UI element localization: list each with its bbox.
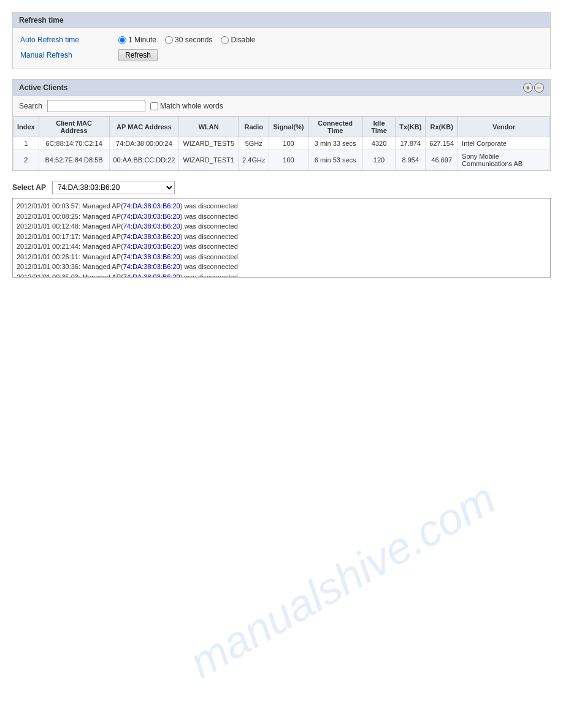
refresh-time-section: Refresh time Auto Refresh time 1 Minute … [12, 12, 551, 69]
expand-icon[interactable]: + [523, 83, 533, 93]
log-line: 2012/01/01 00:21:44: Managed AP(74:DA:38… [17, 241, 546, 252]
table-header-row: Index Client MAC Address AP MAC Address … [13, 117, 550, 137]
cell-row0-col7: 4320 [362, 137, 395, 150]
clients-table: Index Client MAC Address AP MAC Address … [13, 116, 550, 170]
log-line: 2012/01/01 00:17:17: Managed AP(74:DA:38… [17, 232, 546, 242]
cell-row0-col9: 627.154 [426, 137, 458, 150]
log-line: 2012/01/01 00:03:57: Managed AP(74:DA:38… [17, 201, 546, 211]
cell-row0-col0: 1 [13, 137, 39, 150]
log-mac-highlight: 74:DA:38:03:B6:20 [123, 233, 180, 240]
cell-row1-col6: 6 min 53 secs [308, 150, 362, 170]
log-mac-highlight: 74:DA:38:03:B6:20 [123, 222, 180, 230]
cell-row1-col7: 120 [362, 150, 395, 170]
cell-row0-vendor: Intel Corporate [458, 137, 550, 150]
active-clients-header: Active Clients + − [13, 80, 550, 96]
refresh-time-title: Refresh time [19, 16, 64, 25]
radio-1min-text: 1 Minute [128, 36, 156, 44]
auto-refresh-link[interactable]: Auto Refresh time [20, 36, 118, 44]
radio-group: 1 Minute 30 seconds Disable [118, 36, 255, 44]
cell-row1-col5: 100 [269, 150, 308, 170]
col-ap-mac: AP MAC Address [109, 117, 179, 137]
log-mac-highlight: 74:DA:38:03:B6:20 [123, 253, 180, 260]
log-line: 2012/01/01 00:30:36: Managed AP(74:DA:38… [17, 262, 546, 272]
radio-30sec-text: 30 seconds [175, 36, 212, 44]
radio-disable-label[interactable]: Disable [221, 36, 255, 44]
cell-row0-col6: 3 min 33 secs [308, 137, 362, 150]
match-whole-checkbox[interactable] [150, 102, 158, 110]
log-box[interactable]: 2012/01/01 00:03:57: Managed AP(74:DA:38… [12, 198, 551, 278]
cell-row0-col4: 5GHz [239, 137, 269, 150]
log-mac-highlight: 74:DA:38:03:B6:20 [123, 273, 180, 278]
cell-row1-vendor: Sony Mobile Communications AB [458, 150, 550, 170]
col-wlan: WLAN [179, 117, 239, 137]
search-label: Search [19, 102, 42, 110]
cell-row0-col8: 17.874 [396, 137, 426, 150]
match-whole-text: Match whole words [160, 102, 223, 110]
cell-row0-col1: 6C:88:14:70:C2:14 [39, 137, 109, 150]
collapse-icon[interactable]: − [534, 83, 544, 93]
radio-disable[interactable] [221, 36, 229, 44]
col-rx: Rx(KB) [426, 117, 458, 137]
radio-30sec-label[interactable]: 30 seconds [165, 36, 212, 44]
cell-row1-col1: B4:52:7E:84:D8:5B [39, 150, 109, 170]
log-mac-highlight: 74:DA:38:03:B6:20 [123, 202, 180, 210]
radio-30sec[interactable] [165, 36, 173, 44]
table-row: 16C:88:14:70:C2:1474:DA:38:00:00:24WIZAR… [13, 137, 550, 150]
col-idle-time: Idle Time [362, 117, 395, 137]
clients-header-icons: + − [523, 83, 544, 93]
match-whole-label[interactable]: Match whole words [150, 102, 223, 110]
col-index: Index [13, 117, 39, 137]
manual-refresh-link[interactable]: Manual Refresh [20, 51, 118, 59]
radio-1min[interactable] [118, 36, 126, 44]
radio-disable-text: Disable [231, 36, 255, 44]
log-line: 2012/01/01 00:08:25: Managed AP(74:DA:38… [17, 211, 546, 222]
log-mac-highlight: 74:DA:38:03:B6:20 [123, 243, 180, 250]
cell-row1-col4: 2.4GHz [239, 150, 269, 170]
log-mac-highlight: 74:DA:38:03:B6:20 [123, 263, 180, 270]
auto-refresh-row: Auto Refresh time 1 Minute 30 seconds Di… [20, 33, 543, 47]
select-ap-row: Select AP 74:DA:38:03:B6:20 [12, 181, 551, 194]
table-row: 2B4:52:7E:84:D8:5B00:AA:BB:CC:DD:22WIZAR… [13, 150, 550, 170]
log-line: 2012/01/01 00:35:03: Managed AP(74:DA:38… [17, 272, 546, 278]
col-tx: Tx(KB) [396, 117, 426, 137]
active-clients-title: Active Clients [19, 83, 67, 92]
cell-row1-col0: 2 [13, 150, 39, 170]
cell-row1-col3: WIZARD_TEST1 [179, 150, 239, 170]
refresh-button[interactable]: Refresh [118, 49, 158, 61]
col-signal: Signal(%) [269, 117, 308, 137]
log-line: 2012/01/01 00:26:11: Managed AP(74:DA:38… [17, 252, 546, 262]
cell-row1-col8: 8.954 [396, 150, 426, 170]
log-section: Select AP 74:DA:38:03:B6:20 2012/01/01 0… [12, 181, 551, 278]
search-bar: Search Match whole words [13, 96, 550, 116]
cell-row0-col3: WIZARD_TEST5 [179, 137, 239, 150]
radio-1min-label[interactable]: 1 Minute [118, 36, 156, 44]
col-radio: Radio [239, 117, 269, 137]
refresh-time-header: Refresh time [13, 13, 550, 28]
cell-row0-col2: 74:DA:38:00:00:24 [109, 137, 179, 150]
col-connected-time: Connected Time [308, 117, 362, 137]
col-client-mac: Client MAC Address [39, 117, 109, 137]
refresh-time-body: Auto Refresh time 1 Minute 30 seconds Di… [13, 28, 550, 69]
select-ap-label: Select AP [12, 183, 46, 192]
log-line: 2012/01/01 00:12:48: Managed AP(74:DA:38… [17, 221, 546, 232]
col-vendor: Vendor [458, 117, 550, 137]
cell-row1-col9: 46.697 [426, 150, 458, 170]
search-input[interactable] [47, 100, 145, 112]
cell-row1-col2: 00:AA:BB:CC:DD:22 [109, 150, 179, 170]
ap-select[interactable]: 74:DA:38:03:B6:20 [52, 181, 175, 194]
manual-refresh-row: Manual Refresh Refresh [20, 47, 543, 64]
active-clients-section: Active Clients + − Search Match whole wo… [12, 79, 551, 171]
cell-row0-col5: 100 [269, 137, 308, 150]
log-mac-highlight: 74:DA:38:03:B6:20 [123, 213, 180, 220]
